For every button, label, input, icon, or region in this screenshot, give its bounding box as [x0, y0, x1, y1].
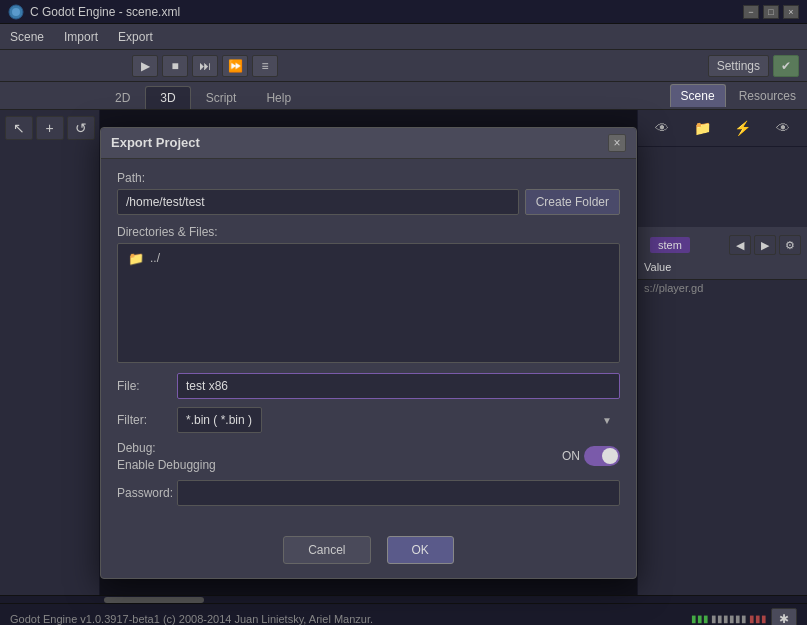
export-dialog: Export Project × Path: Create Folder: [100, 127, 637, 579]
status-text: Godot Engine v1.0.3917-beta1 (c) 2008-20…: [10, 613, 373, 625]
folder-icon-btn[interactable]: 📁: [688, 116, 716, 140]
tab-script[interactable]: Script: [191, 86, 252, 109]
select-tool[interactable]: ↖: [5, 116, 33, 140]
tab-resources[interactable]: Resources: [728, 84, 807, 107]
center-area: Export Project × Path: Create Folder: [100, 110, 637, 595]
path-label: Path:: [117, 171, 620, 185]
toolbar-left: ▶ ■ ⏭ ⏩ ≡: [8, 55, 278, 77]
svg-point-1: [12, 8, 20, 16]
debug-main-label: Debug:: [117, 441, 562, 455]
system-tag: stem: [650, 237, 690, 253]
tab-scene[interactable]: Scene: [670, 84, 726, 107]
title-bar-left: C Godot Engine - scene.xml: [8, 4, 180, 20]
dialog-body: Path: Create Folder Directories & Files:…: [101, 159, 636, 526]
left-panel: ↖ + ↺: [0, 110, 100, 595]
toggle-knob: [602, 448, 618, 464]
folder-icon: 📁: [128, 251, 144, 266]
toolbar-right: Settings ✔: [708, 55, 799, 77]
file-item-parent[interactable]: 📁 ../: [118, 248, 619, 269]
ok-button[interactable]: OK: [387, 536, 454, 564]
debug-sub-label: Enable Debugging: [117, 458, 562, 472]
inspector-value-row: Value: [644, 259, 801, 275]
eye-icon-btn[interactable]: 👁: [648, 116, 676, 140]
toolbar: ▶ ■ ⏭ ⏩ ≡ Settings ✔: [0, 50, 807, 82]
close-button[interactable]: ×: [783, 5, 799, 19]
rotate-tool[interactable]: ↺: [67, 116, 95, 140]
list-button[interactable]: ≡: [252, 55, 278, 77]
password-label: Password:: [117, 486, 177, 500]
stop-button[interactable]: ■: [162, 55, 188, 77]
nav-settings-button[interactable]: ⚙: [779, 235, 801, 255]
left-tools-row: ↖ + ↺: [5, 116, 95, 140]
file-item-name: ../: [150, 251, 160, 265]
scroll-area: [0, 595, 807, 603]
scroll-thumb[interactable]: [104, 597, 204, 603]
debug-row: Debug: Enable Debugging ON: [117, 441, 620, 472]
window-title: C Godot Engine - scene.xml: [30, 5, 180, 19]
nav-prev-button[interactable]: ◀: [729, 235, 751, 255]
info-text: s://player.gd: [644, 282, 703, 294]
filter-select[interactable]: *.bin ( *.bin ): [177, 407, 262, 433]
debug-toggle[interactable]: [584, 446, 620, 466]
tab-help[interactable]: Help: [251, 86, 306, 109]
right-panel-icons: 👁 📁 ⚡ 👁: [638, 110, 807, 147]
password-row: Password:: [117, 480, 620, 506]
dialog-footer: Cancel OK: [101, 526, 636, 578]
menu-import[interactable]: Import: [54, 26, 108, 48]
toggle-on-label: ON: [562, 449, 580, 463]
menu-export[interactable]: Export: [108, 26, 163, 48]
dialog-close-button[interactable]: ×: [608, 134, 626, 152]
step-button[interactable]: ⏭: [192, 55, 218, 77]
tab-3d[interactable]: 3D: [145, 86, 190, 109]
tab-right: Scene Resources: [670, 82, 807, 109]
filter-select-wrapper: *.bin ( *.bin ): [177, 407, 620, 433]
nav-next-button[interactable]: ▶: [754, 235, 776, 255]
inspector-section: stem ◀ ▶ ⚙ Value: [638, 227, 807, 280]
modal-overlay: Export Project × Path: Create Folder: [100, 110, 637, 595]
dialog-titlebar: Export Project ×: [101, 128, 636, 159]
create-folder-button[interactable]: Create Folder: [525, 189, 620, 215]
title-bar: C Godot Engine - scene.xml − □ ×: [0, 0, 807, 24]
debug-label-group: Debug: Enable Debugging: [117, 441, 562, 472]
check-button[interactable]: ✔: [773, 55, 799, 77]
tab-bar: 2D 3D Script Help Scene Resources: [0, 82, 807, 110]
file-input[interactable]: [177, 373, 620, 399]
dirs-label: Directories & Files:: [117, 225, 620, 239]
right-panel: 👁 📁 ⚡ 👁 stem ◀ ▶ ⚙ Value s://player.gd: [637, 110, 807, 595]
dirs-row: Directories & Files: 📁 ../: [117, 225, 620, 363]
minimize-button[interactable]: −: [743, 5, 759, 19]
inspector-value-label: Value: [644, 261, 671, 273]
cancel-button[interactable]: Cancel: [283, 536, 370, 564]
password-input[interactable]: [177, 480, 620, 506]
settings-button[interactable]: Settings: [708, 55, 769, 77]
window-controls: − □ ×: [743, 5, 799, 19]
bottom-controls: ▮▮▮ ▮▮▮▮▮▮ ▮▮▮ ✱: [691, 608, 797, 626]
eye2-icon-btn[interactable]: 👁: [769, 116, 797, 140]
path-input-row: Create Folder: [117, 189, 620, 215]
audio-button[interactable]: ✱: [771, 608, 797, 626]
path-row: Path: Create Folder: [117, 171, 620, 215]
dialog-title: Export Project: [111, 135, 200, 150]
app-icon: [8, 4, 24, 20]
info-row: s://player.gd: [638, 280, 807, 296]
play-button[interactable]: ▶: [132, 55, 158, 77]
menu-bar: Scene Import Export: [0, 24, 807, 50]
main-layout: ↖ + ↺ Export Project × Path:: [0, 110, 807, 595]
file-browser[interactable]: 📁 ../: [117, 243, 620, 363]
tab-2d[interactable]: 2D: [100, 86, 145, 109]
toggle-container: ON: [562, 446, 620, 466]
filter-row: Filter: *.bin ( *.bin ): [117, 407, 620, 433]
path-input[interactable]: [117, 189, 519, 215]
loop-button[interactable]: ⏩: [222, 55, 248, 77]
file-row: File:: [117, 373, 620, 399]
file-label: File:: [117, 379, 177, 393]
bottom-bar: Godot Engine v1.0.3917-beta1 (c) 2008-20…: [0, 603, 807, 625]
bolt-icon-btn[interactable]: ⚡: [729, 116, 757, 140]
maximize-button[interactable]: □: [763, 5, 779, 19]
filter-label: Filter:: [117, 413, 177, 427]
menu-scene[interactable]: Scene: [0, 26, 54, 48]
add-tool[interactable]: +: [36, 116, 64, 140]
